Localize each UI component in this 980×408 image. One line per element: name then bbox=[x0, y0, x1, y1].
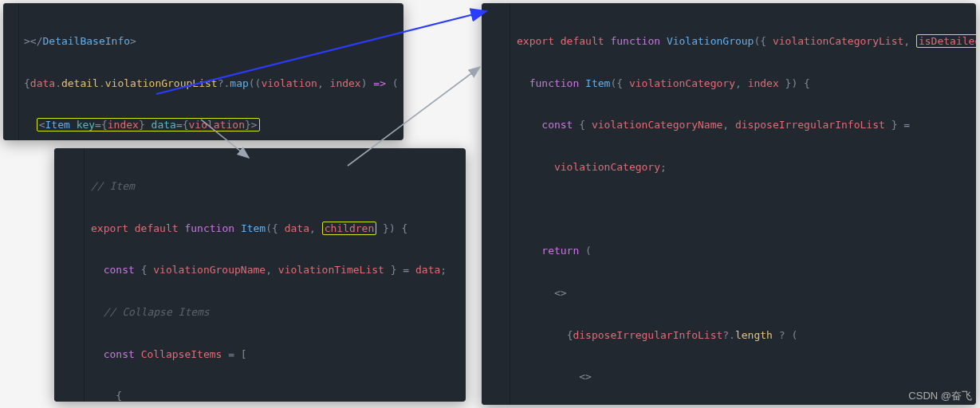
code-line: <> bbox=[517, 370, 970, 384]
highlight-box: children bbox=[322, 222, 377, 235]
code-line: // Collapse Items bbox=[91, 305, 459, 320]
code-line: export default function ViolationGroup({… bbox=[517, 34, 970, 49]
code-line: function Item({ violationCategory, index… bbox=[517, 76, 970, 91]
code-line: violationCategory; bbox=[517, 160, 970, 175]
code-line: // Item bbox=[91, 179, 459, 194]
code-line: { bbox=[91, 389, 459, 402]
watermark-text: CSDN @奋飞 bbox=[908, 389, 972, 403]
code-line: export default function Item({ data, chi… bbox=[91, 222, 459, 236]
code-editor-panel-3[interactable]: export default function ViolationGroup({… bbox=[482, 3, 976, 405]
code-line: return ( bbox=[517, 244, 970, 258]
highlight-box: isDetailed bbox=[916, 34, 976, 48]
code-line: <> bbox=[517, 286, 970, 300]
highlight-box: <Item key={index} data={violation}> bbox=[37, 118, 260, 131]
code-line: const { violationCategoryName, disposeIr… bbox=[517, 118, 970, 132]
code-line bbox=[517, 202, 970, 217]
code-line: {data.detail.violationGroupList?.map((vi… bbox=[24, 76, 397, 91]
code-line: {disposeIrregularInfoList?.length ? ( bbox=[517, 328, 970, 343]
code-line-highlighted: <Item key={index} data={violation}> bbox=[24, 118, 397, 132]
code-line: ></DetailBaseInfo> bbox=[24, 34, 397, 49]
code-line: const CollapseItems = [ bbox=[91, 347, 459, 362]
code-editor-panel-1[interactable]: ></DetailBaseInfo> {data.detail.violatio… bbox=[3, 3, 403, 140]
code-line: const { violationGroupName, violationTim… bbox=[91, 263, 459, 277]
code-editor-panel-2[interactable]: // Item export default function Item({ d… bbox=[54, 148, 466, 402]
